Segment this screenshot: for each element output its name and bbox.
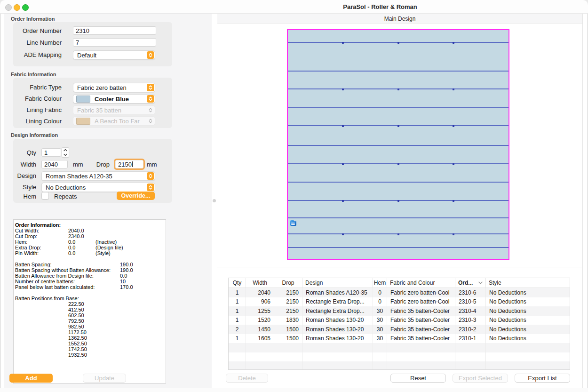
table-row-empty[interactable] <box>229 343 570 352</box>
style-dropdown[interactable]: No Deductions <box>41 183 155 192</box>
batten-position-value: 982.50 <box>15 324 166 329</box>
qty-stepper[interactable] <box>62 147 69 158</box>
design-note-icon[interactable] <box>290 220 296 226</box>
delete-button[interactable]: Delete <box>226 374 268 383</box>
batten-line <box>288 217 509 218</box>
chevrons-up-down-icon <box>147 84 154 91</box>
splitter-handle-icon[interactable] <box>213 199 216 202</box>
lining-colour-label: Lining Colour <box>11 118 62 125</box>
batten-position-value: 1932.50 <box>15 352 166 358</box>
update-button[interactable]: Update <box>83 374 126 383</box>
fabric-section-title: Fabric Information <box>11 72 56 77</box>
batten-position-value: 1362.50 <box>15 335 166 341</box>
lining-fabric-dropdown: Fabric 35 batten <box>73 105 155 115</box>
table-row[interactable]: 1 1520 1830 Roman Shades 130-20 30 Fabri… <box>229 316 570 325</box>
column-header-hem[interactable]: Hem <box>373 278 387 288</box>
table-row-empty[interactable] <box>229 361 570 370</box>
batten-line <box>288 145 509 146</box>
table-row-empty[interactable] <box>229 352 570 362</box>
batten-position-value: 222.50 <box>15 301 166 307</box>
batten-ring-marker <box>397 233 399 235</box>
fabric-type-label: Fabric Type <box>11 84 62 91</box>
chevrons-up-down-icon <box>147 106 154 114</box>
order-output-box[interactable]: Order Information: Cut Width: 2040.0 Cut… <box>13 219 166 384</box>
column-header-width[interactable]: Width <box>246 278 274 288</box>
main-design-header: Main Design <box>217 14 582 24</box>
fabric-type-dropdown[interactable]: Fabric zero batten <box>73 83 155 92</box>
chevrons-up-down-icon <box>147 184 154 191</box>
column-header-qty[interactable]: Qty <box>229 278 246 288</box>
table-row[interactable]: 1 1255 2150 Rectangle Extra Drop... 30 F… <box>229 306 570 316</box>
batten-ring-marker <box>342 163 344 165</box>
table-row[interactable]: 1 1605 1500 Roman Shades 130-20 30 Fabri… <box>229 334 570 344</box>
batten-ring-marker <box>342 200 344 202</box>
chevrons-up-down-icon <box>147 95 154 103</box>
left-form-panel: Order Information Order Number 2310 Line… <box>4 14 212 388</box>
add-button[interactable]: Add <box>9 374 53 383</box>
ade-mapping-dropdown[interactable]: Default <box>73 50 155 60</box>
chevrons-up-down-icon <box>147 117 154 125</box>
design-dropdown[interactable]: Roman Shades A120-35 <box>41 171 155 181</box>
column-header-design[interactable]: Design <box>302 278 373 288</box>
width-field[interactable]: 2040 <box>41 160 68 168</box>
fabric-colour-label: Fabric Colour <box>11 95 62 102</box>
column-header-style[interactable]: Style <box>486 278 570 288</box>
qty-field[interactable]: 1 <box>41 148 61 157</box>
order-output-row: Cut Drop: 2340.0 <box>15 233 166 239</box>
batten-position-value: 1552.50 <box>15 341 166 346</box>
qty-label: Qty <box>11 149 36 156</box>
batten-line <box>288 107 509 108</box>
hem-checkbox[interactable] <box>41 192 49 200</box>
order-number-field[interactable]: 2310 <box>73 26 156 35</box>
chevrons-up-down-icon <box>147 51 154 59</box>
window-minimize-icon[interactable] <box>14 4 20 11</box>
batten-line <box>288 71 509 72</box>
batten-ring-marker <box>453 125 454 127</box>
window-zoom-icon[interactable] <box>22 4 29 11</box>
batten-ring-marker <box>342 88 344 90</box>
hem-label: Hem <box>11 193 36 200</box>
export-list-button[interactable]: Export List <box>515 374 570 383</box>
line-number-label: Line Number <box>11 39 62 46</box>
chevrons-up-down-icon <box>147 172 154 180</box>
window-title: ParaSol - Roller & Roman <box>343 3 417 10</box>
table-row[interactable]: 1 906 2150 Rectangle Extra Drop... 0 Fab… <box>229 297 570 307</box>
batten-positions-heading: Batten Positions from Base: <box>15 296 68 301</box>
drop-field[interactable]: 2150 <box>115 160 143 168</box>
batten-ring-marker <box>342 233 344 235</box>
column-header-order[interactable]: Ord... <box>455 278 486 288</box>
main-design-panel: Main Design Qty Width Drop Design Hem Fa… <box>217 14 583 388</box>
text-cursor <box>132 161 133 167</box>
batten-output-row: Number of centre battens: 10 <box>15 279 166 284</box>
design-shade[interactable] <box>287 29 509 260</box>
batten-position-value: 1172.50 <box>15 329 166 335</box>
batten-position-value: 1742.50 <box>15 346 166 352</box>
order-number-label: Order Number <box>11 27 62 34</box>
column-header-fabric[interactable]: Fabric and Colour <box>387 278 455 288</box>
column-header-drop[interactable]: Drop <box>274 278 302 288</box>
batten-output-row: Batten Spacing: 190.0 <box>15 262 166 267</box>
table-row[interactable]: 1 2040 2150 Roman Shades A120-35 0 Fabri… <box>229 288 570 297</box>
override-button[interactable]: Override... <box>117 192 155 200</box>
order-output-row: Cut Width: 2040.0 <box>15 228 166 233</box>
drop-unit-label: mm <box>147 161 157 168</box>
design-canvas[interactable] <box>217 24 582 267</box>
order-output-row: Extra Drop: 0.0 (Design file) <box>15 245 166 250</box>
app-window: ParaSol - Roller & Roman Order Informati… <box>0 0 588 392</box>
batten-ring-marker <box>397 163 399 165</box>
window-bottom-edge <box>0 388 588 392</box>
window-close-icon[interactable] <box>5 4 12 11</box>
batten-ring-marker <box>397 200 399 202</box>
batten-position-value: 602.50 <box>15 312 166 318</box>
batten-ring-marker <box>397 88 399 90</box>
line-number-field[interactable]: 7 <box>73 38 156 47</box>
export-selected-button[interactable]: Export Selected <box>453 374 508 383</box>
batten-ring-marker <box>453 88 454 90</box>
reset-button[interactable]: Reset <box>390 374 446 383</box>
chevron-down-icon <box>64 153 67 156</box>
batten-output-row: Panel below last batten calculated: 170.… <box>15 284 166 290</box>
batten-ring-marker <box>453 200 454 202</box>
table-row[interactable]: 2 1450 1500 Roman Shades 130-20 30 Fabri… <box>229 325 570 334</box>
batten-positions-list: 222.50412.50602.50792.50982.501172.50136… <box>15 301 166 358</box>
fabric-colour-dropdown[interactable]: Cooler Blue <box>73 94 155 104</box>
